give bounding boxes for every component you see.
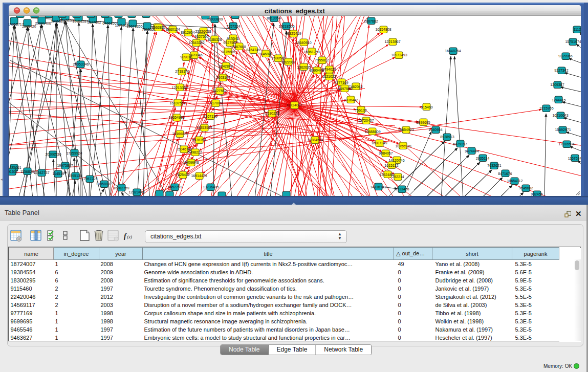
svg-text:citations_edges.txt: citations_edges.txt [265, 7, 325, 15]
svg-text:10953287: 10953287 [72, 19, 88, 23]
svg-text:5578354: 5578354 [192, 138, 206, 142]
svg-text:14136141: 14136141 [370, 185, 386, 189]
svg-text:12213967: 12213967 [384, 40, 400, 43]
svg-text:1733426: 1733426 [395, 187, 409, 191]
svg-text:1209387: 1209387 [550, 83, 564, 86]
svg-text:10973493: 10973493 [391, 53, 407, 57]
svg-text:15692971: 15692971 [555, 128, 571, 132]
svg-text:8938913: 8938913 [440, 135, 454, 139]
svg-text:6479197: 6479197 [453, 142, 467, 146]
svg-text:932456: 932456 [531, 192, 542, 196]
svg-text:16782759: 16782759 [113, 186, 129, 190]
svg-text:9474444: 9474444 [465, 149, 478, 153]
svg-text:20691406: 20691406 [35, 21, 51, 25]
svg-text:16107553: 16107553 [169, 101, 185, 105]
svg-text:114519: 114519 [53, 172, 64, 176]
svg-text:1615132: 1615132 [384, 164, 398, 167]
svg-text:7632621: 7632621 [487, 164, 501, 167]
svg-text:23226058: 23226058 [195, 30, 211, 33]
svg-text:1595135: 1595135 [68, 174, 82, 178]
svg-text:13325419: 13325419 [285, 32, 301, 35]
svg-text:2603144: 2603144 [216, 76, 230, 79]
svg-text:16914479: 16914479 [191, 174, 207, 178]
svg-text:9242848: 9242848 [219, 64, 232, 68]
svg-text:8186328: 8186328 [208, 38, 222, 41]
svg-text:15409948: 15409948 [183, 161, 199, 164]
svg-text:9245682: 9245682 [519, 186, 533, 190]
svg-text:3215955: 3215955 [539, 106, 553, 110]
svg-text:16648764: 16648764 [445, 49, 461, 53]
svg-text:12342737: 12342737 [33, 171, 49, 174]
svg-text:1244415: 1244415 [552, 98, 565, 102]
svg-text:17359924: 17359924 [66, 151, 82, 155]
svg-text:1362635: 1362635 [297, 65, 311, 69]
svg-text:18807249: 18807249 [371, 141, 387, 145]
svg-text:2336442: 2336442 [344, 98, 358, 102]
svg-text:8912954: 8912954 [181, 31, 194, 34]
svg-text:1527602: 1527602 [87, 20, 101, 24]
svg-text:10671355: 10671355 [126, 25, 142, 28]
svg-text:2530223: 2530223 [265, 112, 279, 115]
svg-text:19654923: 19654923 [398, 128, 413, 132]
svg-text:2935114: 2935114 [476, 157, 490, 160]
svg-text:8427552: 8427552 [212, 89, 226, 93]
svg-text:9457791: 9457791 [168, 185, 182, 189]
svg-text:17957223: 17957223 [81, 177, 97, 181]
svg-text:19654985: 19654985 [168, 116, 184, 119]
svg-text:8454749: 8454749 [246, 48, 260, 52]
svg-text:12213389: 12213389 [171, 86, 187, 90]
svg-text:17016504: 17016504 [558, 142, 574, 146]
svg-text:9329966: 9329966 [558, 54, 572, 58]
svg-text:7663822: 7663822 [151, 26, 165, 29]
svg-text:2285420: 2285420 [22, 25, 36, 28]
svg-text:6899695: 6899695 [416, 121, 430, 124]
svg-text:1588520: 1588520 [271, 56, 285, 60]
svg-text:12353594: 12353594 [196, 126, 212, 129]
svg-text:10756928: 10756928 [395, 144, 411, 148]
svg-text:20053346: 20053346 [73, 62, 89, 66]
svg-text:756102: 756102 [355, 108, 366, 112]
svg-text:19218506: 19218506 [278, 25, 294, 28]
svg-text:19975867: 19975867 [57, 164, 73, 167]
svg-text:8471676: 8471676 [498, 172, 512, 176]
svg-text:7955812: 7955812 [315, 58, 329, 62]
svg-text:10958107: 10958107 [96, 182, 112, 186]
svg-text:6794028: 6794028 [322, 68, 336, 71]
svg-text:1621022: 1621022 [322, 75, 336, 78]
svg-text:9327500: 9327500 [194, 35, 208, 38]
svg-text:9777169: 9777169 [334, 81, 348, 84]
svg-text:10688609: 10688609 [364, 130, 380, 134]
svg-text:8322037: 8322037 [281, 60, 295, 64]
svg-text:5498222: 5498222 [188, 150, 202, 154]
svg-text:19384554: 19384554 [307, 138, 323, 142]
svg-text:16210643: 16210643 [552, 114, 568, 117]
svg-text:7625402: 7625402 [176, 173, 189, 177]
svg-text:2887682: 2887682 [364, 19, 378, 23]
svg-text:252214: 252214 [392, 175, 404, 179]
svg-text:1156829: 1156829 [20, 170, 34, 173]
svg-text:2718176: 2718176 [175, 70, 189, 73]
svg-text:3267130: 3267130 [203, 115, 217, 118]
svg-text:7462042: 7462042 [349, 85, 362, 89]
svg-text:15720407: 15720407 [358, 119, 374, 122]
svg-text:16961758: 16961758 [303, 50, 319, 54]
svg-text:12323448: 12323448 [128, 190, 144, 194]
svg-text:8813054: 8813054 [267, 16, 280, 20]
svg-text:15751074: 15751074 [565, 40, 581, 43]
svg-text:10654112: 10654112 [507, 179, 523, 183]
svg-text:19166825: 19166825 [172, 132, 188, 136]
svg-text:989016: 989016 [180, 55, 192, 59]
svg-text:18640910: 18640910 [295, 41, 311, 45]
svg-text:18724007: 18724007 [286, 103, 302, 107]
svg-text:8660124: 8660124 [166, 28, 180, 31]
svg-text:(x): (x) [127, 234, 132, 239]
svg-text:9084067: 9084067 [379, 151, 393, 155]
svg-text:14055717: 14055717 [8, 23, 24, 26]
svg-text:9227342: 9227342 [554, 69, 568, 72]
svg-text:917006: 917006 [210, 101, 222, 105]
svg-text:1112: 1112 [574, 28, 581, 31]
svg-text:13736485: 13736485 [203, 185, 219, 189]
svg-text:1640954: 1640954 [428, 128, 442, 132]
svg-text:20206536: 20206536 [45, 152, 61, 156]
svg-text:915460: 915460 [421, 105, 432, 109]
